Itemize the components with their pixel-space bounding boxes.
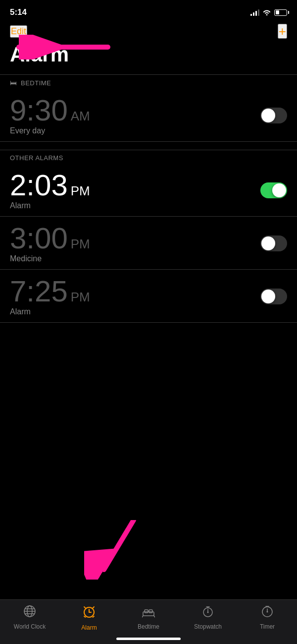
timer-tab-icon	[261, 605, 274, 621]
world-clock-icon	[23, 605, 36, 621]
alarm-time-display: 2:03	[10, 171, 68, 200]
status-icons	[250, 8, 287, 17]
svg-line-13	[93, 607, 94, 608]
bed-icon: 🛏	[10, 79, 17, 87]
bedtime-tab-label: Bedtime	[138, 623, 159, 630]
alarm-toggle-203[interactable]	[260, 182, 287, 198]
alarm-info: 7:25 PM Alarm	[10, 277, 90, 316]
other-alarms-section-header: OTHER ALARMS	[0, 150, 297, 164]
tab-bar: World Clock Alarm Bedt	[0, 599, 297, 644]
home-indicator	[116, 638, 181, 640]
alarm-description: Every day	[10, 126, 90, 135]
status-time: 5:14	[10, 7, 27, 17]
timer-tab-label: Timer	[260, 623, 275, 630]
alarm-info: 2:03 PM Alarm	[10, 171, 90, 210]
stopwatch-tab-label: Stopwatch	[194, 623, 222, 630]
alarm-time-display: 3:00	[10, 224, 68, 253]
alarm-row-300[interactable]: 3:00 PM Medicine	[0, 217, 297, 270]
wifi-icon	[262, 8, 271, 17]
svg-point-28	[267, 611, 268, 613]
alarm-time-display: 7:25	[10, 277, 68, 306]
bedtime-section-header: 🛏 BEDTIME	[0, 74, 297, 89]
bedtime-label: BEDTIME	[21, 79, 51, 87]
svg-line-12	[84, 607, 86, 608]
tab-bedtime[interactable]: Bedtime	[129, 605, 168, 630]
alarm-info: 3:00 PM Medicine	[10, 224, 90, 263]
signal-icon	[250, 9, 259, 16]
alarm-description: Medicine	[10, 254, 90, 263]
alarm-toggle-725[interactable]	[260, 289, 287, 304]
alarm-ampm: PM	[71, 236, 90, 252]
svg-line-15	[93, 616, 95, 617]
tab-world-clock[interactable]: World Clock	[10, 605, 50, 630]
alarm-row-725[interactable]: 7:25 PM Alarm	[0, 270, 297, 323]
svg-point-25	[207, 612, 209, 613]
alarm-ampm: PM	[71, 183, 90, 199]
alarm-description: Alarm	[10, 201, 90, 210]
add-alarm-button[interactable]: +	[278, 24, 287, 39]
other-alarms-label: OTHER ALARMS	[10, 154, 63, 162]
alarm-row-203[interactable]: 2:03 PM Alarm	[0, 164, 297, 217]
svg-line-19	[142, 616, 143, 617]
tab-alarm[interactable]: Alarm	[69, 605, 109, 631]
status-bar: 5:14	[0, 0, 297, 22]
svg-line-3	[104, 520, 134, 570]
tab-timer[interactable]: Timer	[248, 605, 287, 630]
svg-rect-17	[145, 610, 148, 613]
bedtime-tab-icon	[142, 605, 155, 621]
alarm-ampm: PM	[71, 290, 90, 305]
edit-arrow-annotation	[9, 35, 118, 59]
alarm-row-bedtime[interactable]: 9:30 AM Every day	[0, 89, 297, 142]
alarm-toggle-300[interactable]	[260, 235, 287, 251]
alarm-ampm: AM	[71, 109, 90, 124]
alarm-description: Alarm	[10, 307, 90, 316]
tab-stopwatch[interactable]: Stopwatch	[188, 605, 228, 630]
alarm-toggle-bedtime[interactable]	[260, 108, 287, 123]
svg-rect-18	[149, 610, 152, 613]
world-clock-label: World Clock	[14, 623, 46, 630]
stopwatch-tab-icon	[201, 605, 214, 621]
alarm-icon	[82, 605, 96, 622]
svg-line-14	[84, 616, 86, 617]
bottom-arrow-annotation	[84, 520, 158, 580]
battery-icon	[274, 9, 287, 16]
svg-line-20	[154, 616, 155, 617]
alarm-time-display: 9:30	[10, 96, 68, 125]
alarm-info: 9:30 AM Every day	[10, 96, 90, 135]
alarm-tab-label: Alarm	[81, 624, 97, 631]
